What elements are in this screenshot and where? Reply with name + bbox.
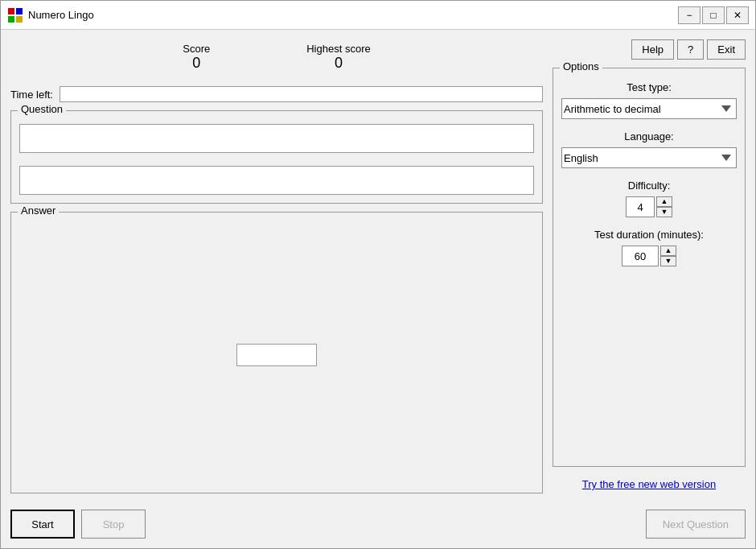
- main-content: Score 0 Highest score 0 Time left: Quest…: [1, 30, 755, 503]
- question-content: [19, 124, 534, 195]
- duration-spinners: ▲ ▼: [660, 246, 676, 266]
- answer-section: Answer: [10, 212, 543, 493]
- svg-rect-2: [8, 16, 14, 23]
- duration-input[interactable]: [622, 246, 659, 266]
- duration-group: Test duration (minutes): ▲ ▼: [561, 229, 737, 266]
- exit-button[interactable]: Exit: [707, 39, 746, 60]
- bottom-bar: Start Stop Next Question: [1, 503, 755, 548]
- title-bar: Numero Lingo − □ ✕: [1, 1, 755, 30]
- difficulty-down-button[interactable]: ▼: [656, 207, 672, 217]
- question-input-1[interactable]: [19, 124, 534, 153]
- right-panel: Help ? Exit Options Test type: Arithmeti…: [553, 39, 746, 493]
- highest-score-value: 0: [306, 55, 370, 72]
- language-label: Language:: [561, 130, 737, 142]
- score-block: Score 0: [183, 43, 210, 72]
- stop-button[interactable]: Stop: [81, 510, 146, 539]
- difficulty-row: ▲ ▼: [561, 196, 737, 217]
- title-bar-left: Numero Lingo: [7, 7, 94, 23]
- language-group: Language: English Spanish French German: [561, 130, 737, 168]
- start-button[interactable]: Start: [10, 510, 75, 539]
- left-panel: Score 0 Highest score 0 Time left: Quest…: [10, 39, 543, 493]
- question-group: Question: [10, 110, 543, 204]
- maximize-button[interactable]: □: [702, 6, 725, 24]
- time-label: Time left:: [10, 89, 53, 101]
- minimize-button[interactable]: −: [678, 6, 701, 24]
- score-area: Score 0 Highest score 0: [10, 39, 543, 78]
- app-icon: [7, 7, 23, 23]
- duration-label: Test duration (minutes):: [561, 229, 737, 241]
- highest-score-label: Highest score: [306, 43, 370, 55]
- app-window: Numero Lingo − □ ✕ Score 0 Highest score…: [0, 0, 756, 549]
- score-label: Score: [183, 43, 210, 55]
- options-box: Options Test type: Arithmetic to decimal…: [553, 68, 746, 467]
- time-progress-bar: [60, 86, 543, 102]
- close-button[interactable]: ✕: [726, 6, 749, 24]
- highest-score-block: Highest score 0: [306, 43, 370, 72]
- next-question-button[interactable]: Next Question: [646, 510, 746, 539]
- title-controls: − □ ✕: [678, 6, 749, 24]
- question-mark-button[interactable]: ?: [677, 39, 704, 60]
- difficulty-input[interactable]: [626, 196, 655, 217]
- difficulty-label: Difficulty:: [561, 180, 737, 192]
- question-group-label: Question: [18, 103, 66, 115]
- duration-up-button[interactable]: ▲: [660, 246, 676, 256]
- test-type-label: Test type:: [561, 81, 737, 93]
- test-type-group: Test type: Arithmetic to decimal Decimal…: [561, 81, 737, 119]
- options-label: Options: [560, 60, 602, 72]
- answer-input[interactable]: [236, 344, 317, 366]
- duration-row: ▲ ▼: [561, 246, 737, 266]
- help-button[interactable]: Help: [631, 39, 674, 60]
- difficulty-spinners: ▲ ▼: [656, 196, 672, 217]
- test-type-select[interactable]: Arithmetic to decimal Decimal to word Wo…: [561, 98, 737, 119]
- window-title: Numero Lingo: [28, 9, 94, 21]
- time-row: Time left:: [10, 86, 543, 102]
- language-select[interactable]: English Spanish French German: [561, 147, 737, 168]
- svg-rect-3: [16, 16, 23, 23]
- difficulty-up-button[interactable]: ▲: [656, 196, 672, 207]
- top-buttons: Help ? Exit: [553, 39, 746, 60]
- question-input-2[interactable]: [19, 166, 534, 195]
- answer-group: Answer: [10, 212, 543, 493]
- web-link[interactable]: Try the free new web version: [553, 475, 746, 493]
- svg-rect-0: [8, 8, 14, 14]
- difficulty-group: Difficulty: ▲ ▼: [561, 180, 737, 217]
- answer-group-label: Answer: [18, 204, 59, 217]
- score-value: 0: [183, 55, 210, 72]
- duration-down-button[interactable]: ▼: [660, 256, 676, 266]
- svg-rect-1: [16, 8, 23, 14]
